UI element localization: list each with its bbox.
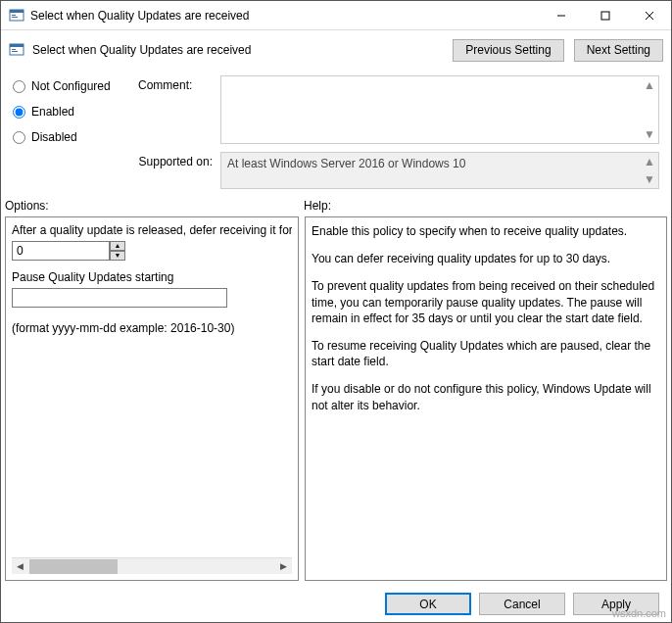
svg-rect-11 <box>12 51 18 52</box>
cancel-button[interactable]: Cancel <box>479 593 565 615</box>
svg-rect-10 <box>12 49 16 50</box>
help-paragraph: You can defer receiving quality updates … <box>312 251 660 266</box>
close-button[interactable] <box>627 1 671 29</box>
scroll-right-icon[interactable]: ▶ <box>275 558 292 575</box>
dialog-footer: OK Cancel Apply <box>1 585 671 622</box>
help-paragraph: To resume receiving Quality Updates whic… <box>312 338 660 369</box>
help-paragraph: To prevent quality updates from being re… <box>312 278 660 326</box>
svg-rect-1 <box>10 10 24 13</box>
defer-days-label: After a quality update is released, defe… <box>12 223 292 237</box>
titlebar: Select when Quality Updates are received <box>1 1 671 30</box>
options-horizontal-scrollbar[interactable]: ◀ ▶ <box>12 557 292 574</box>
subheader-title: Select when Quality Updates are received <box>32 43 251 57</box>
supported-on-label: Supported on: <box>138 152 213 189</box>
radio-enabled-label: Enabled <box>31 105 74 119</box>
help-pane: Enable this policy to specify when to re… <box>305 216 667 581</box>
pause-date-input[interactable] <box>12 288 227 308</box>
help-paragraph: If you disable or do not configure this … <box>312 381 660 412</box>
defer-days-input[interactable]: 0 <box>12 241 110 261</box>
subheader: Select when Quality Updates are received… <box>1 30 671 70</box>
scroll-thumb[interactable] <box>29 559 118 574</box>
policy-icon <box>9 42 24 58</box>
svg-rect-2 <box>12 15 16 16</box>
help-paragraph: Enable this policy to specify when to re… <box>312 223 660 239</box>
comment-label: Comment: <box>138 75 213 144</box>
svg-rect-9 <box>10 44 24 47</box>
defer-days-stepper[interactable]: ▲▼ <box>110 241 125 261</box>
minimize-button[interactable] <box>539 1 583 29</box>
svg-rect-3 <box>12 17 18 18</box>
comment-textarea[interactable]: ▲▼ <box>220 75 659 144</box>
stepper-down-icon[interactable]: ▼ <box>110 251 125 261</box>
radio-disabled-label: Disabled <box>31 130 77 144</box>
radio-disabled-input[interactable] <box>13 131 25 144</box>
radio-enabled[interactable]: Enabled <box>13 105 130 119</box>
radio-not-configured[interactable]: Not Configured <box>13 79 130 93</box>
radio-not-configured-input[interactable] <box>13 80 25 93</box>
supported-scrollbar: ▲▼ <box>643 153 656 188</box>
comment-scrollbar[interactable]: ▲▼ <box>643 76 656 143</box>
radio-enabled-input[interactable] <box>13 106 25 119</box>
stepper-up-icon[interactable]: ▲ <box>110 241 125 251</box>
pause-label: Pause Quality Updates starting <box>12 270 292 284</box>
next-setting-button[interactable]: Next Setting <box>574 39 663 62</box>
svg-rect-5 <box>601 12 609 20</box>
format-hint: (format yyyy-mm-dd example: 2016-10-30) <box>12 321 292 335</box>
app-icon <box>9 8 24 24</box>
watermark: wsxdn.com <box>612 607 666 619</box>
ok-button[interactable]: OK <box>385 593 471 615</box>
dialog-window: Select when Quality Updates are received… <box>0 0 672 623</box>
help-label: Help: <box>304 199 331 213</box>
options-label: Options: <box>5 199 304 213</box>
window-title: Select when Quality Updates are received <box>30 9 539 23</box>
previous-setting-button[interactable]: Previous Setting <box>453 39 563 62</box>
radio-not-configured-label: Not Configured <box>31 79 111 93</box>
supported-on-value: At least Windows Server 2016 or Windows … <box>227 157 465 170</box>
options-pane: After a quality update is released, defe… <box>5 216 299 581</box>
scroll-left-icon[interactable]: ◀ <box>12 558 28 575</box>
radio-disabled[interactable]: Disabled <box>13 130 130 144</box>
supported-on-box: At least Windows Server 2016 or Windows … <box>220 152 659 189</box>
maximize-button[interactable] <box>583 1 627 29</box>
